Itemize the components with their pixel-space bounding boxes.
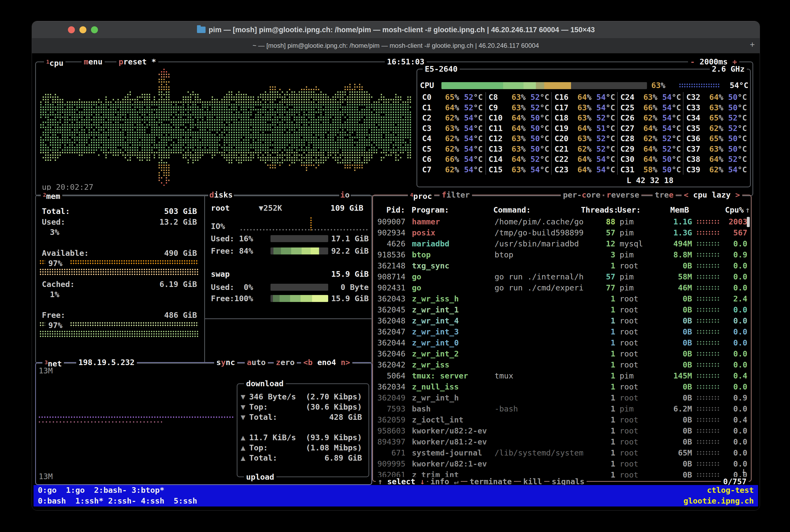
proc-cpu-minigraph xyxy=(697,227,721,239)
core-row: C2264%54°C xyxy=(554,154,617,165)
swap-free-label: Free:100% xyxy=(211,293,253,304)
col-cpu[interactable]: Cpu% xyxy=(718,205,744,215)
mem-free-bar-cap xyxy=(40,322,45,327)
proc-user: root xyxy=(620,293,657,304)
net-row: ▲Total:6.89 GiB xyxy=(241,453,362,463)
process-row[interactable]: 362045z_wr_int_11root0B0.0 xyxy=(374,304,750,316)
proc-mem: 0B xyxy=(657,458,692,470)
process-row[interactable]: 362047z_wr_int_31root0B0.0 xyxy=(374,326,750,337)
proc-panel: 4proc filter per-core reverse tree < cpu… xyxy=(372,195,752,482)
proc-cpu-minigraph xyxy=(697,436,721,448)
preset-button[interactable]: preset * xyxy=(116,57,158,66)
net-scale-top: 13M xyxy=(39,366,53,376)
proc-program: posix xyxy=(412,227,493,239)
process-row[interactable]: 362048z_wr_int_41root0B0.0 xyxy=(374,316,750,326)
mem-used-value: 13.2 GiB xyxy=(133,217,197,227)
col-user[interactable]: User: xyxy=(617,205,654,215)
proc-mem: 1.3G xyxy=(657,227,692,239)
proc-program: mariadbd xyxy=(412,239,493,249)
process-row[interactable]: 362148txg_sync1root0B0.0 xyxy=(374,260,750,271)
process-row[interactable]: 362059z_ioctl_int1root0B0.4 xyxy=(374,414,750,425)
core-row: C1563%54°C xyxy=(489,165,552,175)
sort-direction-icon[interactable]: ↑ xyxy=(746,205,750,215)
core-row: C2566%54°C xyxy=(620,102,683,113)
core-row: C2662%54°C xyxy=(620,113,683,123)
per-core-button[interactable]: per-core xyxy=(561,190,603,200)
tab-title[interactable]: ~ — [mosh] pim@glootie.ipng.ch: /home/pi… xyxy=(32,38,760,53)
io-mode-button[interactable]: io xyxy=(339,190,351,200)
proc-cpu-minigraph xyxy=(697,216,721,227)
menu-button[interactable]: menu xyxy=(81,57,105,66)
process-row[interactable]: 362043z_wr_iss_h1root0B2.4 xyxy=(374,293,750,304)
process-row[interactable]: 362042z_wr_iss1root0B0.0 xyxy=(374,359,750,370)
core-id: C33 xyxy=(686,102,704,113)
signals-button[interactable]: signals xyxy=(550,477,586,486)
proc-panel-title[interactable]: 4proc xyxy=(408,190,434,201)
swap-used-label: Used: 0% xyxy=(211,282,253,292)
proc-threads: 1 xyxy=(583,414,615,425)
reverse-button[interactable]: reverse xyxy=(604,190,641,200)
net-sync-button[interactable]: sync xyxy=(214,358,237,367)
process-row[interactable]: 909007hammer/home/pim/.cache/go88pim1.1G… xyxy=(374,216,750,227)
mem-disks-panel: 2mem Total: 503 GiB Used: 13.2 GiB 3% Av… xyxy=(35,195,372,364)
process-row[interactable]: 4626mariadbd/usr/sbin/mariadbd12mysql494… xyxy=(374,239,750,249)
core-id: C17 xyxy=(554,102,572,113)
process-row[interactable]: 902934posix/tmp/go-build59889957pim1.3G5… xyxy=(374,227,750,239)
net-auto-button[interactable]: auto xyxy=(245,358,268,367)
proc-scrollbar-thumb[interactable] xyxy=(747,217,750,227)
proc-command: /tmp/go-build598899 xyxy=(495,227,583,239)
sort-selector[interactable]: < cpu lazy > xyxy=(681,190,742,200)
proc-cpu-minigraph xyxy=(697,359,721,370)
col-pid[interactable]: Pid: xyxy=(374,205,405,215)
disks-panel-title[interactable]: disks xyxy=(208,190,234,200)
col-program[interactable]: Program: xyxy=(412,205,492,215)
info-button[interactable]: info ↵ xyxy=(428,477,461,486)
tmux-windows-inner[interactable]: 0:bash 1:ssh* 2:ssh- 4:ssh 5:ssh xyxy=(38,496,197,507)
proc-cpu-minigraph xyxy=(697,393,721,403)
swap-name: swap xyxy=(211,269,230,279)
proc-command: tmux xyxy=(495,370,583,381)
process-row[interactable]: 958603kworker/u82:2-ev1root0B0.0 xyxy=(374,425,750,436)
disk-root-order[interactable]: ▼252K xyxy=(259,203,282,213)
folder-icon xyxy=(197,26,206,33)
process-row[interactable]: 362049z_wr_int_h1root0B0.9 xyxy=(374,393,750,403)
proc-cpu-pct: 0.0 xyxy=(721,282,747,293)
col-memb[interactable]: MemB xyxy=(654,205,689,215)
tmux-windows-outer[interactable]: 0:go 1:go 2:bash- 3:btop* xyxy=(38,485,164,496)
cpu-panel-title[interactable]: 1cpu xyxy=(44,57,65,68)
process-row[interactable]: 909995kworker/u82:1-ev1root0B0.0 xyxy=(374,458,750,470)
proc-cpu-minigraph xyxy=(697,458,721,470)
proc-threads: 1 xyxy=(583,316,615,326)
net-interface-selector[interactable]: <b eno4 n> xyxy=(301,358,352,367)
proc-program: systemd-journal xyxy=(412,448,493,458)
core-temp: 50°C xyxy=(723,102,747,113)
core-row: C262%54°C xyxy=(422,113,485,123)
process-row[interactable]: 5064tmux: servertmux1pim145M0.4 xyxy=(374,370,750,381)
process-row[interactable]: 671systemd-journal/lib/systemd/system1ro… xyxy=(374,448,750,458)
col-threads[interactable]: Threads: xyxy=(581,205,613,215)
net-zero-button[interactable]: zero xyxy=(274,358,297,367)
tree-button[interactable]: tree xyxy=(653,190,676,200)
window-titlebar[interactable]: pim — [mosh] pim@glootie.ipng.ch: /home/… xyxy=(32,21,760,38)
process-row[interactable]: 362044z_wr_int_01root0B0.0 xyxy=(374,337,750,348)
proc-user: pim xyxy=(620,370,657,381)
terminate-button[interactable]: terminate xyxy=(467,477,514,486)
col-command[interactable]: Command: xyxy=(493,205,581,215)
process-row[interactable]: 7593bash-bash1pim6.2M0.0 xyxy=(374,403,750,414)
filter-button[interactable]: filter xyxy=(440,190,472,200)
process-row[interactable]: 362046z_wr_int_21root0B0.0 xyxy=(374,348,750,359)
kill-button[interactable]: kill xyxy=(521,477,544,486)
new-tab-button[interactable]: + xyxy=(750,40,755,50)
proc-cpu-pct: 0.0 xyxy=(721,348,747,359)
select-control[interactable]: ↑ select ↓ xyxy=(376,477,427,486)
core-id: C20 xyxy=(554,133,572,144)
process-row[interactable]: 908714gogo run ./internal/h57pim58M0.0 xyxy=(374,271,750,282)
process-row[interactable]: 894397kworker/u81:2-ev1root0B0.0 xyxy=(374,436,750,448)
proc-threads: 1 xyxy=(583,425,615,436)
mem-panel-title[interactable]: 2mem xyxy=(41,190,62,201)
proc-user: root xyxy=(620,436,657,448)
process-row[interactable]: 362034z_null_iss1root0B0.0 xyxy=(374,381,750,393)
process-row[interactable]: 902431gogo run ./cmd/experi77pim46M0.0 xyxy=(374,282,750,293)
process-row[interactable]: 918536btopbtop3pim8.8M0.9 xyxy=(374,249,750,260)
proc-program: z_wr_iss xyxy=(412,359,493,370)
